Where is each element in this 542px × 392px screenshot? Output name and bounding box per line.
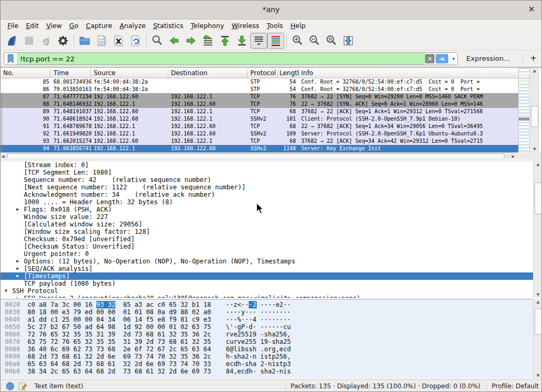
expand-icon[interactable]: ▶ [16,258,24,265]
hex-row-00b0[interactable]: 00b038 34 2c 65 63 64 68 2d 73 68 61 32 … [1,368,533,375]
column-divider[interactable] [91,69,91,77]
packet-row-86[interactable]: 8670.013850163fe:54:00:d4:38:2aSTP54Conf… [1,86,518,93]
detail-line[interactable]: ▶[Timestamps] [1,272,533,280]
ascii-bytes[interactable]: 6@libssh .org,ecd [211,345,291,353]
detail-line[interactable]: Checksum: 0x79ed [unverified] [1,235,533,243]
detail-line[interactable]: [TCP Segment Len: 1080] [1,169,533,176]
packet-row-89[interactable]: 8971.648191037192.168.122.60192.168.122.… [1,108,518,115]
ascii-bytes[interactable]: ··z<···2 ····e2·· [211,301,291,308]
scroll-down-icon[interactable]: ▼ [534,373,542,378]
detail-line[interactable]: TCP payload (1080 bytes) [1,280,533,287]
column-header-no[interactable]: No. [3,69,14,77]
detail-line[interactable]: Urgent pointer: 0 [1,250,533,258]
column-header-destination[interactable]: Destination [171,69,207,77]
detail-line[interactable]: [Next sequence number: 1122 (relative se… [1,184,533,191]
hex-row-00a0[interactable]: 00a065 63 64 68 2d 73 68 61 32 2d 6e 69 … [1,360,533,368]
scrollbar-thumb[interactable] [535,308,542,335]
colorize-button[interactable] [267,33,284,49]
zoom-original-button[interactable] [323,33,340,49]
packet-list-vscrollbar[interactable]: ▲ ▼ [529,68,539,152]
ascii-bytes[interactable]: ecdh-sha 2-nistp3 [211,360,291,368]
column-header-source[interactable]: Source [94,69,115,77]
hex-row-0050[interactable]: 00505c 27 b2 67 50 ad 64 98 1d 92 00 00 … [1,323,533,331]
start-capture-button[interactable] [4,33,21,49]
go-to-packet-button[interactable] [200,33,216,49]
detail-line[interactable]: ▶Flags: 0x018 (PSH, ACK) [1,206,533,213]
column-header-info[interactable]: Info [301,69,313,77]
hex-row-0040[interactable]: 0040a1 dd c1 25 00 00 04 34 06 14 f5 e8 … [1,316,533,323]
hex-bytes[interactable]: 72 76 65 32 35 35 31 39 2d 73 68 61 32 3… [20,331,211,338]
detail-line[interactable]: ▶Options: (12 bytes), No-Operation (NOP)… [1,258,533,265]
hex-row-0020[interactable]: 0020c0 a8 7a 3c 00 16 93 32 85 a3 ac c0 … [1,301,533,308]
hex-bytes[interactable]: 38 34 2c 65 63 64 68 2d 73 68 61 32 2d 6… [20,368,211,375]
column-header-protocol[interactable]: Protocol [250,69,276,77]
filter-history-chevron-icon[interactable]: ▾ [450,53,457,65]
hex-bytes[interactable]: 5c 27 b2 67 50 ad 64 98 1d 92 00 00 01 0… [20,323,211,331]
scrollbar-thumb[interactable] [531,106,538,127]
expert-info-icon[interactable] [6,382,14,392]
go-to-bottom-button[interactable] [233,33,250,49]
ascii-bytes[interactable]: rve25519 -sha256, [211,331,291,338]
scroll-up-icon[interactable]: ▲ [530,69,539,73]
packet-row-93[interactable]: 9371.662015274192.168.122.60192.168.122.… [1,138,518,145]
collapse-icon[interactable]: ▼ [5,287,12,295]
packet-row-94[interactable]: 9471.663856741192.168.122.1192.168.122.6… [1,145,518,152]
clear-filter-icon[interactable]: ✕ [425,54,435,63]
column-divider[interactable] [247,69,248,77]
detail-line[interactable]: ▼SSH Protocol [1,287,533,295]
expand-icon[interactable]: ▶ [16,206,24,213]
expand-icon[interactable]: ▶ [16,295,24,298]
column-divider[interactable] [277,69,278,77]
ascii-bytes[interactable]: 84,ecdh- sha2-nis [211,368,291,375]
ascii-bytes[interactable]: h-sha2-n istp256, [211,353,291,360]
intelligent-scrollbar-minimap[interactable] [518,68,529,152]
capture-options-button[interactable] [55,33,71,49]
expand-icon[interactable]: ▶ [16,272,24,280]
filter-bookmark-icon[interactable] [4,53,17,65]
column-header-length[interactable]: Length [279,69,299,77]
close-file-button[interactable] [110,33,127,49]
zoom-out-button[interactable] [306,33,323,49]
hex-bytes[interactable]: 68 2d 73 68 61 32 2d 6e 69 73 74 70 32 3… [20,353,211,360]
hex-bytes[interactable]: 65 63 64 68 2d 73 68 61 32 2d 6e 69 73 7… [20,360,211,368]
hex-row-0090[interactable]: 009068 2d 73 68 61 32 2d 6e 69 73 74 70 … [1,353,533,360]
detail-line[interactable]: Window size value: 227 [1,213,533,221]
detail-line[interactable]: Sequence number: 42 (relative sequence n… [1,176,533,184]
packet-row-92[interactable]: 9271.661949820192.168.122.1192.168.122.6… [1,130,518,138]
ascii-bytes[interactable]: ···%···4 ········ [211,316,291,323]
detail-line[interactable]: [Calculated window size: 29056] [1,221,533,228]
detail-line[interactable]: Acknowledgment number: 34 (relative ack … [1,191,533,198]
detail-line[interactable]: [Stream index: 0] [1,161,533,169]
hex-row-0070[interactable]: 007063 75 72 76 65 32 35 35 31 39 2d 73 … [1,338,533,345]
resize-columns-button[interactable] [340,33,357,49]
go-back-button[interactable] [166,33,183,49]
hex-row-0030[interactable]: 003080 18 00 e3 79 ed 00 00 01 01 08 0a … [1,308,533,316]
hex-row-0060[interactable]: 006072 76 65 32 35 35 31 39 2d 73 68 61 … [1,331,533,338]
hex-row-0080[interactable]: 008036 40 6c 69 62 73 73 68 2e 6f 72 67 … [1,345,533,353]
hex-bytes[interactable]: 63 75 72 76 65 32 35 35 31 39 2d 73 68 6… [20,338,211,345]
menu-help[interactable]: Help [287,20,310,31]
scroll-up-icon[interactable]: ▲ [534,300,542,304]
menu-wireless[interactable]: Wireless [228,20,263,31]
apply-filter-icon[interactable]: ➜ [436,54,448,63]
detail-line[interactable]: ▶[SEQ/ACK analysis] [1,265,533,272]
hex-bytes[interactable]: a1 dd c1 25 00 00 04 34 06 14 f5 e8 f9 8… [20,316,211,323]
open-file-button[interactable] [76,33,93,49]
menu-file[interactable]: File [4,20,22,31]
ascii-bytes[interactable]: curve255 19-sha25 [211,338,291,345]
menu-tools[interactable]: Tools [263,20,287,31]
find-packet-button[interactable] [149,33,166,49]
ascii-bytes[interactable]: \'·gP·d· ······cu [211,323,291,331]
ascii-bytes[interactable]: ····y··· ········ [211,308,291,316]
menu-statistics[interactable]: Statistics [149,20,187,31]
hex-bytes[interactable]: 80 18 00 e3 79 ed 00 00 01 01 08 0a d9 8… [20,308,211,316]
bytes-vscrollbar[interactable]: ▲ ▼ [533,299,542,379]
column-divider[interactable] [299,69,299,77]
menu-analyze[interactable]: Analyze [116,20,149,31]
packet-row-88[interactable]: 8871.648146932192.168.122.1192.168.122.6… [1,101,518,108]
restart-capture-button[interactable] [38,33,55,49]
menu-edit[interactable]: Edit [22,20,42,31]
save-file-button[interactable]: 010101100111 [93,33,110,49]
packet-row-90[interactable]: 9071.648618924192.168.122.60192.168.122.… [1,115,518,123]
scroll-down-icon[interactable]: ▼ [530,147,539,151]
